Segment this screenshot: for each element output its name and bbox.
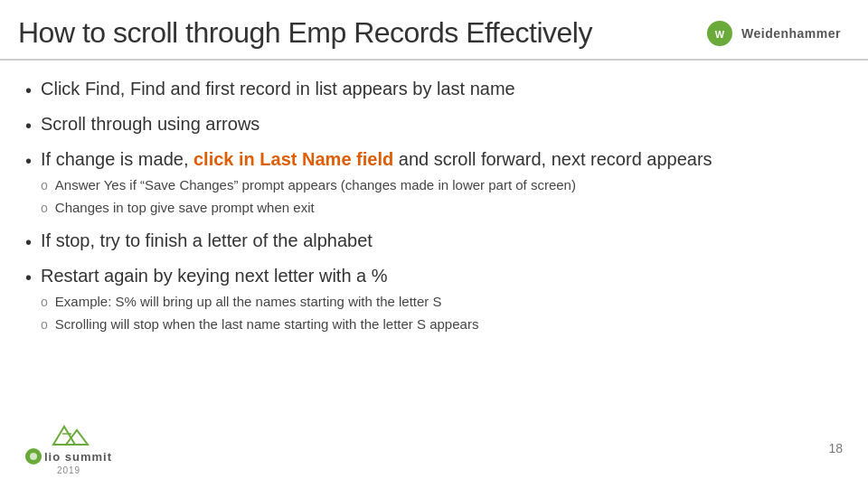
sub-text-5-2: Scrolling will stop when the last name s… bbox=[55, 314, 479, 333]
bullet-3-highlight: click in Last Name field bbox=[193, 149, 393, 169]
svg-text:W: W bbox=[715, 29, 725, 40]
content-area: • Click Find, Find and first record in l… bbox=[0, 61, 868, 354]
slide-title: How to scroll through Emp Records Effect… bbox=[18, 16, 592, 50]
summit-text-wrap: lio summit bbox=[25, 448, 112, 465]
sub-list-3: o Answer Yes if “Save Changes” prompt ap… bbox=[41, 172, 841, 217]
logo-icon: W bbox=[705, 19, 734, 48]
sub-bullet-3-1: o bbox=[41, 177, 48, 195]
mountain-svg bbox=[44, 421, 93, 446]
summit-logo: lio summit 2019 bbox=[25, 421, 112, 475]
bullet-dot-4: • bbox=[25, 230, 32, 255]
bullet-item-4: • If stop, try to finish a letter of the… bbox=[25, 229, 841, 255]
sub-text-5-1: Example: S% will bring up all the names … bbox=[55, 292, 442, 311]
sub-text-3-1: Answer Yes if “Save Changes” prompt appe… bbox=[55, 175, 576, 194]
sub-item-3-2: o Changes in top give save prompt when e… bbox=[41, 198, 841, 218]
sub-item-3-1: o Answer Yes if “Save Changes” prompt ap… bbox=[41, 175, 841, 195]
bullet-dot-2: • bbox=[25, 114, 32, 138]
bullet-text-2: Scroll through using arrows bbox=[41, 112, 841, 136]
main-bullet-list: • Click Find, Find and first record in l… bbox=[25, 77, 841, 336]
logo-label: Weidenhammer bbox=[741, 26, 841, 41]
sub-bullet-5-1: o bbox=[41, 294, 48, 312]
sub-text-3-2: Changes in top give save prompt when exi… bbox=[55, 198, 315, 217]
bullet-text-5: Restart again by keying next letter with… bbox=[41, 266, 388, 286]
mountain-icon bbox=[44, 421, 93, 446]
sub-bullet-3-2: o bbox=[41, 200, 48, 218]
bullet-item-2: • Scroll through using arrows bbox=[25, 112, 841, 138]
bullet-dot-5: • bbox=[25, 266, 32, 290]
summit-year-label: 2019 bbox=[57, 465, 80, 475]
sub-bullet-5-2: o bbox=[41, 316, 48, 334]
bullet-text-1: Click Find, Find and first record in lis… bbox=[41, 77, 841, 101]
svg-marker-3 bbox=[66, 430, 88, 445]
bullet-5-content: Restart again by keying next letter with… bbox=[41, 264, 841, 336]
slide: How to scroll through Emp Records Effect… bbox=[0, 0, 868, 488]
header: How to scroll through Emp Records Effect… bbox=[0, 0, 868, 61]
bullet-3-prefix: If change is made, bbox=[41, 149, 193, 169]
sub-list-5: o Example: S% will bring up all the name… bbox=[41, 288, 841, 333]
logo: W Weidenhammer bbox=[705, 19, 841, 48]
bullet-item-3: • If change is made, click in Last Name … bbox=[25, 147, 841, 220]
bullet-3-suffix: and scroll forward, next record appears bbox=[393, 149, 712, 169]
sub-item-5-1: o Example: S% will bring up all the name… bbox=[41, 292, 841, 312]
bullet-dot-1: • bbox=[25, 79, 32, 103]
summit-name-label: lio summit bbox=[44, 450, 112, 464]
summit-circle-icon bbox=[25, 448, 42, 465]
summit-inner-icon bbox=[28, 451, 39, 462]
bullet-3-content: If change is made, click in Last Name fi… bbox=[41, 147, 841, 220]
bullet-dot-3: • bbox=[25, 149, 32, 174]
footer: lio summit 2019 18 bbox=[0, 421, 868, 475]
bullet-text-4: If stop, try to finish a letter of the a… bbox=[41, 229, 841, 253]
page-number: 18 bbox=[828, 441, 843, 455]
bullet-item-1: • Click Find, Find and first record in l… bbox=[25, 77, 841, 103]
bullet-item-5: • Restart again by keying next letter wi… bbox=[25, 264, 841, 336]
svg-point-5 bbox=[30, 453, 37, 460]
sub-item-5-2: o Scrolling will stop when the last name… bbox=[41, 314, 841, 334]
